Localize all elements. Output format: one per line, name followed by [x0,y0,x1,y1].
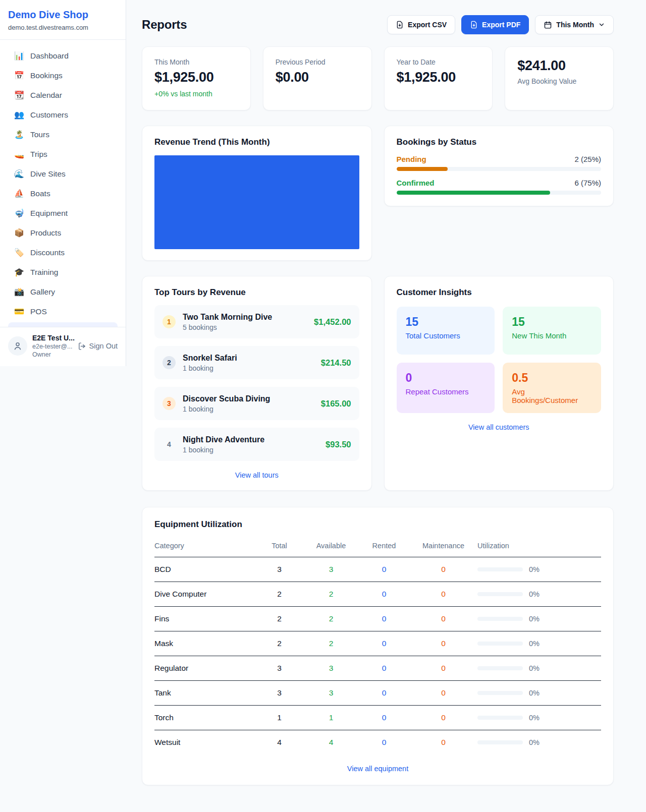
stat-delta: +0% vs last month [154,90,238,98]
view-all-tours-link[interactable]: View all tours [235,471,279,479]
period-dropdown[interactable]: This Month [535,15,614,34]
table-row: BCD 3 3 0 0 0% [154,557,601,582]
export-pdf-label: Export PDF [482,21,520,29]
tour-name: Night Dive Adventure [183,435,264,444]
user-meta: E2E Test U... e2e-tester@... Owner [32,334,73,358]
equipment-table: CategoryTotalAvailableRentedMaintenanceU… [154,537,601,755]
sidebar-item-customers[interactable]: 👥 Customers [8,105,118,125]
insight-tile: 15 New This Month [503,307,601,355]
cell-utilization: 0% [477,738,601,746]
stat-value: $241.00 [517,58,601,74]
nav-item-label: Bookings [30,71,63,80]
sidebar-item-dashboard[interactable]: 📊 Dashboard [8,46,118,66]
sidebar-item-bookings[interactable]: 📅 Bookings [8,66,118,85]
revenue-trend-title: Revenue Trend (This Month) [154,137,359,147]
cell-available: 3 [303,565,359,574]
stats-row: This Month $1,925.00 +0% vs last month P… [142,46,614,110]
rank-badge: 4 [163,438,176,451]
cell-maintenance: 0 [409,590,477,599]
equipment-utilization-panel: Equipment Utilization CategoryTotalAvail… [142,507,614,785]
view-all-customers-link[interactable]: View all customers [468,423,529,431]
column-header: Available [303,542,359,550]
file-download-icon [470,21,478,29]
sidebar-item-pos[interactable]: 💳 POS [8,302,118,321]
nav-item-icon: 🤿 [14,208,24,218]
status-bar-fill [397,191,550,195]
sidebar-nav: 📊 Dashboard 📅 Bookings 📆 Calendar 👥 Cust… [0,40,126,321]
brand-domain: demo.test.divestreams.com [8,24,118,31]
file-download-icon [396,21,404,29]
status-row: Confirmed 6 (75%) [397,179,602,195]
utilization-text: 0% [529,590,540,598]
insight-value: 0 [406,371,486,385]
sidebar-item-discounts[interactable]: 🏷️ Discounts [8,243,118,262]
cell-available: 2 [303,614,359,623]
sidebar-item-training[interactable]: 🎓 Training [8,262,118,282]
column-header: Utilization [477,542,601,550]
cell-category: Wetsuit [154,738,255,747]
nav-item-icon: 🏷️ [14,248,24,257]
column-header: Category [154,542,255,550]
cell-total: 2 [255,614,303,623]
sidebar-item-equipment[interactable]: 🤿 Equipment [8,203,118,223]
export-pdf-button[interactable]: Export PDF [461,15,529,34]
sidebar-item-calendar[interactable]: 📆 Calendar [8,85,118,105]
status-bar-track [397,191,602,195]
sidebar-item-boats[interactable]: ⛵ Boats [8,184,118,203]
revenue-trend-panel: Revenue Trend (This Month) [142,126,372,261]
cell-maintenance: 0 [409,614,477,623]
insight-label: New This Month [512,331,592,340]
cell-utilization: 0% [477,640,601,648]
tour-row: 3 Discover Scuba Diving 1 booking $165.0… [154,387,359,420]
status-list: Pending 2 (25%) Confirmed 6 (75%) [397,155,602,195]
stat-label: Previous Period [276,58,359,66]
table-row: Regulator 3 3 0 0 0% [154,656,601,681]
user-name: E2E Test U... [32,334,73,342]
export-csv-label: Export CSV [408,21,447,29]
export-csv-button[interactable]: Export CSV [387,15,455,34]
cell-total: 3 [255,565,303,574]
sidebar-item-gallery[interactable]: 📸 Gallery [8,282,118,302]
cell-category: Dive Computer [154,590,255,599]
insight-value: 0.5 [512,371,592,385]
view-all-equipment-link[interactable]: View all equipment [347,765,408,773]
utilization-bar [477,567,523,571]
nav-item-label: Training [30,268,58,277]
bookings-by-status-title: Bookings by Status [397,137,602,147]
chevron-down-icon [598,21,605,28]
cell-rented: 0 [359,738,409,747]
sidebar-item-reports-active[interactable] [8,322,118,327]
nav-item-label: Dashboard [30,51,69,61]
cell-maintenance: 0 [409,565,477,574]
cell-category: Torch [154,713,255,722]
nav-item-label: Dive Sites [30,169,66,179]
calendar-icon [544,21,552,29]
stat-value: $1,925.00 [397,70,480,85]
page-title: Reports [142,18,187,32]
nav-item-label: Tours [30,130,49,139]
cell-rented: 0 [359,614,409,623]
insight-label: Repeat Customers [406,387,486,396]
cell-available: 2 [303,590,359,599]
sidebar-item-tours[interactable]: 🏝️ Tours [8,125,118,144]
sign-out-button[interactable]: Sign Out [78,342,118,351]
cell-available: 3 [303,688,359,698]
sidebar-item-dive-sites[interactable]: 🌊 Dive Sites [8,164,118,184]
cell-rented: 0 [359,664,409,673]
brand-name: Demo Dive Shop [8,9,118,21]
sidebar-item-products[interactable]: 📦 Products [8,223,118,243]
utilization-bar [477,642,523,646]
column-header: Rented [359,542,409,550]
status-label: Pending [397,155,426,163]
sidebar-item-trips[interactable]: 🚤 Trips [8,144,118,164]
cell-category: Fins [154,614,255,623]
tour-amount: $93.50 [326,440,351,449]
customer-insights-panel: Customer Insights 15 Total Customers 15 … [384,276,614,491]
user-role: Owner [32,351,73,358]
tour-name: Snorkel Safari [183,354,237,363]
utilization-text: 0% [529,714,540,722]
nav-item-icon: ⛵ [14,189,24,198]
tour-row: 4 Night Dive Adventure 1 booking $93.50 [154,428,359,461]
utilization-bar [477,617,523,621]
nav-item-icon: 📸 [14,287,24,297]
